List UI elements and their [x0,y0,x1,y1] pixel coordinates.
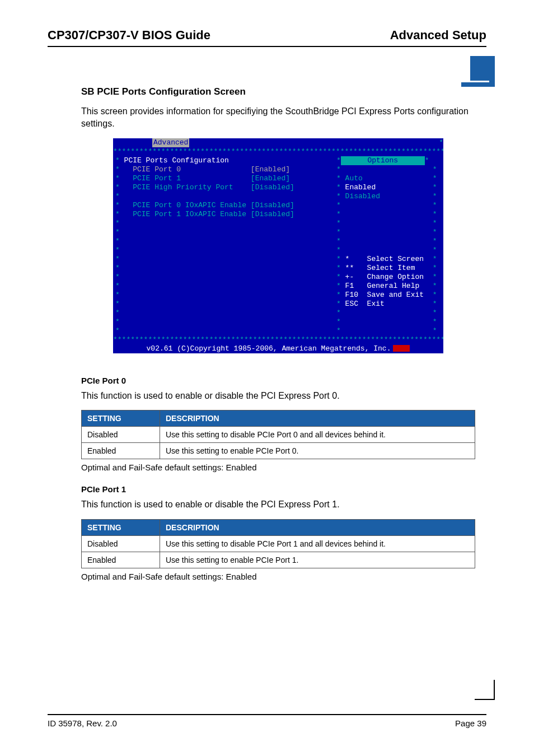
bios-help-line: * F10 Save and Exit * [336,291,441,300]
bios-tab-advanced[interactable]: Advanced [152,138,189,147]
bios-left-panel: * PCIE Ports Configuration * PCIE Port 0… [113,156,334,335]
th-setting: SETTING [82,519,160,535]
footer-rule [48,714,486,715]
bios-footer-text: v02.61 (C)Copyright 1985-2006, American … [147,344,391,353]
pcie0-title: PCIe Port 0 [81,376,475,385]
bios-right-panel: *Options** ** Auto ** Enabled ** Disable… [334,156,443,335]
table-header-row: SETTING DESCRIPTION [82,519,475,535]
pcie1-table: SETTING DESCRIPTION Disabled Use this se… [81,519,475,568]
pcie1-desc: This function is used to enable or disab… [81,498,475,511]
pcie1-defaults: Optimal and Fail-Safe default settings: … [81,572,475,581]
th-description: DESCRIPTION [160,410,475,427]
bios-blank-row: * [115,237,332,246]
table-row: Disabled Use this setting to disable PCI… [82,535,475,552]
bios-blank-row: * [115,264,332,273]
bios-help-line: * Disabled * [336,192,441,201]
bios-blank-row: * [115,282,332,291]
footer-right: Page 39 [455,718,486,728]
bios-blank-row: * * [336,201,441,210]
bios-blank-row: * [115,255,332,264]
table-row: Enabled Use this setting to enable PCIe … [82,443,475,459]
bios-help-line: * Enabled * [336,183,441,192]
cell-setting: Disabled [82,427,160,443]
footer-left: ID 35978, Rev. 2.0 [48,718,117,728]
bios-setting-row[interactable]: * PCIE Port 0 IOxAPIC Enable [Disabled] [115,201,332,210]
bios-blank-row: * [115,192,332,201]
cell-desc: Use this setting to disable PCIe Port 0 … [160,427,475,443]
pcie1-title: PCIe Port 1 [81,484,475,494]
bios-blank-row: * [115,228,332,237]
header-left: CP307/CP307-V BIOS Guide [48,28,210,43]
bios-help-line: * ** Select Item * [336,264,441,273]
bios-menubar: Advanced * [113,138,443,147]
bios-blank-row: * * [336,309,441,318]
section-intro: This screen provides information for spe… [81,105,475,130]
cell-setting: Enabled [82,443,160,459]
bios-setting-row[interactable]: * PCIE Port 1 IOxAPIC Enable [Disabled] [115,210,332,219]
bios-help-line: * ESC Exit * [336,300,441,309]
bios-blank-row: * * [336,318,441,326]
bios-options-header: *Options* [336,156,441,165]
bios-setting-row[interactable]: * PCIE Port 1 [Enabled] [115,174,332,183]
cell-desc: Use this setting to enable PCIe Port 0. [160,443,475,459]
header-right: Advanced Setup [390,28,486,43]
bios-setting-row[interactable]: * PCIE Port 0 [Enabled] [115,165,332,174]
bios-blank-row: * [115,291,332,300]
bios-blank-row: * [115,326,332,335]
bios-blank-row: * * [336,210,441,219]
pcie0-defaults: Optimal and Fail-Safe default settings: … [81,463,475,472]
bios-blank-row: * * [336,228,441,237]
table-row: Enabled Use this setting to enable PCIe … [82,552,475,568]
cell-desc: Use this setting to enable PCIe Port 1. [160,552,475,568]
cell-desc: Use this setting to disable PCIe Port 1 … [160,535,475,552]
bios-border-bottom: ****************************************… [113,335,443,344]
bios-blank-row: * [115,318,332,326]
th-description: DESCRIPTION [160,519,475,535]
cell-setting: Disabled [82,535,160,552]
bios-help-line: * * Select Screen * [336,255,441,264]
content-area: SB PCIE Ports Configuration Screen This … [48,64,486,581]
header-rule [48,46,486,47]
bios-blank-row: * * [336,219,441,228]
bios-setting-row[interactable]: * PCIE High Priority Port [Disabled] [115,183,332,192]
cell-setting: Enabled [82,552,160,568]
bios-blank-row: * [115,300,332,309]
bios-help-line: * F1 General Help * [336,282,441,291]
pcie0-table: SETTING DESCRIPTION Disabled Use this se… [81,410,475,459]
bios-blank-row: * [115,219,332,228]
page: CP307/CP307-V BIOS Guide Advanced Setup … [0,0,534,756]
bios-footer: v02.61 (C)Copyright 1985-2006, American … [113,344,443,353]
table-header-row: SETTING DESCRIPTION [82,410,475,427]
bios-blank-row: * [115,273,332,282]
bios-screenshot: Advanced * *****************************… [113,138,443,353]
bios-blank-row: * [115,246,332,255]
bios-blank-row: * * [336,165,441,174]
bios-body: * PCIE Ports Configuration * PCIE Port 0… [113,156,443,335]
table-row: Disabled Use this setting to disable PCI… [82,427,475,443]
bios-help-line: * +- Change Option * [336,273,441,282]
section-title: SB PCIE Ports Configuration Screen [81,86,475,97]
page-corner-icon [475,680,495,700]
footer: ID 35978, Rev. 2.0 Page 39 [48,714,486,728]
bios-blank-row: * * [336,246,441,255]
bios-help-line: * Auto * [336,174,441,183]
corner-logo-icon [461,56,495,87]
header: CP307/CP307-V BIOS Guide Advanced Setup [48,28,486,43]
bios-border-top: ****************************************… [113,147,443,156]
bios-setting-row: * PCIE Ports Configuration [115,156,332,165]
bios-blank-row: * [115,309,332,318]
pcie0-desc: This function is used to enable or disab… [81,390,475,402]
bios-blank-row: * * [336,237,441,246]
bios-blank-row: * * [336,326,441,335]
th-setting: SETTING [82,410,160,427]
bios-footer-bar-icon [393,345,410,352]
